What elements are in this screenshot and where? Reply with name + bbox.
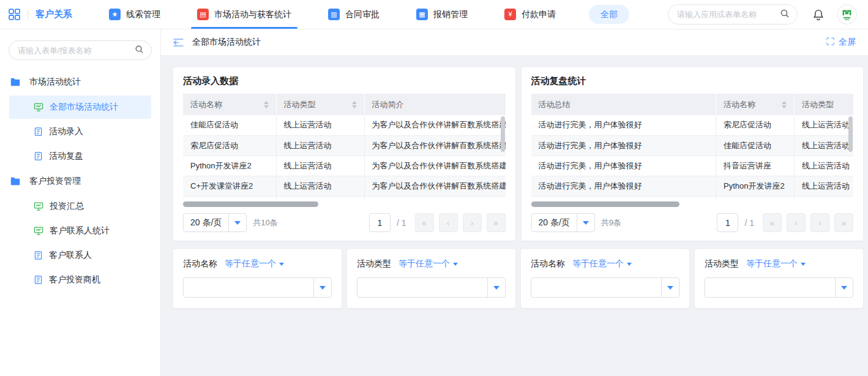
chevron-down-icon: [453, 263, 458, 266]
topbar-search-input[interactable]: [676, 9, 780, 20]
column-header[interactable]: 活动类型: [795, 94, 854, 115]
tab-label: 合同审批: [345, 9, 380, 20]
fullscreen-icon: [826, 37, 835, 48]
sort-icon[interactable]: [782, 101, 787, 108]
horizontal-scrollbar-thumb[interactable]: [183, 201, 318, 207]
column-header[interactable]: 活动总结: [531, 94, 716, 115]
contract-app-icon: ▥: [328, 9, 340, 20]
card-title: 活动录入数据: [183, 75, 506, 87]
page-size-select[interactable]: 20 条/页: [531, 213, 595, 232]
tree-item-all-market-activity-stats[interactable]: 全部市场活动统计: [9, 96, 151, 119]
horizontal-scrollbar: [183, 201, 506, 207]
prev-page-button[interactable]: ‹: [439, 213, 458, 232]
apps-grid-icon[interactable]: [9, 9, 20, 20]
folder-icon: [10, 177, 20, 186]
page-total: / 1: [397, 218, 406, 228]
filter-card-activity-type-2: 活动类型 等于任意一个: [695, 249, 863, 308]
last-page-button[interactable]: »: [487, 213, 506, 232]
clue-app-icon: ★: [109, 9, 121, 20]
sort-icon[interactable]: [264, 101, 269, 108]
topbar-search[interactable]: [668, 4, 798, 24]
table-row[interactable]: 活动进行完美，用户体验很好抖音运营讲座线上运营活动: [531, 156, 854, 176]
pager-buttons: « ‹ › »: [415, 213, 506, 232]
tree-item-investment-summary[interactable]: 投资汇总: [9, 195, 151, 218]
notification-bell-icon[interactable]: [812, 9, 825, 21]
next-page-button[interactable]: ›: [463, 213, 482, 232]
filter-card-activity-type-1: 活动类型 等于任意一个: [347, 249, 515, 308]
horizontal-scrollbar-thumb[interactable]: [531, 201, 679, 207]
filter-value-select[interactable]: [183, 277, 332, 298]
page-size-select[interactable]: 20 条/页: [183, 213, 247, 232]
app-name[interactable]: 客户关系: [36, 9, 72, 20]
column-header[interactable]: 活动类型: [276, 94, 364, 115]
tree-item-customer-contact-stats[interactable]: 客户联系人统计: [9, 219, 151, 243]
sort-icon[interactable]: [352, 101, 357, 108]
sidebar-search-input[interactable]: [17, 45, 135, 56]
prev-page-button[interactable]: ‹: [787, 213, 806, 232]
tree-item-activity-entry[interactable]: 活动录入: [9, 120, 151, 143]
page-number-input[interactable]: [717, 213, 738, 232]
table-row[interactable]: C+开发课堂讲座2线上运营活动为客户以及合作伙伴讲解百数系统搭建: [183, 176, 506, 196]
first-page-button[interactable]: «: [415, 213, 434, 232]
tab-contract-approval[interactable]: ▥ 合同审批: [324, 0, 383, 29]
all-apps-button[interactable]: 全部: [589, 5, 629, 24]
tree-item-label: 客户联系人: [49, 250, 92, 261]
next-page-button[interactable]: ›: [810, 213, 829, 232]
filter-value-select[interactable]: [705, 277, 853, 298]
tab-payment-request[interactable]: ¥ 付款申请: [501, 0, 559, 29]
table-cards-row: 活动录入数据 活动名称 活动类型 活动简介: [173, 67, 863, 241]
tab-market-activity-stats[interactable]: ▤ 市场活动与获客统计: [193, 0, 295, 29]
search-icon[interactable]: [135, 45, 144, 56]
filter-operator-dropdown[interactable]: 等于任意一个: [398, 258, 458, 269]
filter-field-label: 活动类型: [705, 258, 739, 269]
column-header[interactable]: 活动名称: [716, 94, 795, 115]
pagination: 20 条/页 共10条 / 1 « ‹ › »: [183, 213, 506, 232]
page-number-input[interactable]: [369, 213, 391, 232]
last-page-button[interactable]: »: [834, 213, 853, 232]
fullscreen-button[interactable]: 全屏: [826, 37, 856, 48]
filter-field-label: 活动名称: [531, 258, 565, 269]
chevron-down-icon: [835, 278, 853, 297]
chevron-down-icon: [313, 278, 331, 297]
tree-item-customer-contact[interactable]: 客户联系人: [9, 244, 151, 267]
tree-item-customer-investment-opportunity[interactable]: 客户投资商机: [9, 268, 151, 291]
vertical-scrollbar[interactable]: [848, 116, 853, 152]
report-icon: [34, 201, 43, 211]
collapse-sidebar-icon[interactable]: [173, 38, 184, 47]
table-row[interactable]: 活动进行完美，用户体验很好索尼店促活动线上运营活动: [531, 115, 854, 135]
tree-folder-market-activity[interactable]: 市场活动统计: [0, 70, 160, 94]
avatar[interactable]: [837, 4, 857, 24]
sidebar: 市场活动统计 全部市场活动统计: [0, 29, 161, 376]
table-row[interactable]: Python开发讲座2线上运营活动为客户以及合作伙伴讲解百数系统搭建: [183, 156, 506, 176]
table-row[interactable]: 活动进行完美，用户体验很好Python开发讲座2线上运营活动: [531, 176, 854, 196]
activity-entry-table: 活动名称 活动类型 活动简介 佳能店促活动线上运营活动为客户以及合作伙伴讲解百数…: [183, 94, 506, 200]
tab-expense-management[interactable]: ▦ 报销管理: [413, 0, 471, 29]
column-header[interactable]: 活动名称: [183, 94, 276, 115]
filter-card-activity-name-2: 活动名称 等于任意一个: [521, 249, 689, 308]
sidebar-search[interactable]: [9, 40, 152, 60]
filter-operator-dropdown[interactable]: 等于任意一个: [746, 258, 806, 269]
filter-value-select[interactable]: [531, 277, 679, 298]
column-header[interactable]: 活动简介: [364, 94, 506, 115]
table-row[interactable]: 佳能店促活动线上运营活动为客户以及合作伙伴讲解百数系统搭建: [183, 115, 506, 135]
report-icon: [34, 226, 43, 236]
filter-value-select[interactable]: [357, 277, 506, 298]
tab-clue-management[interactable]: ★ 线索管理: [105, 0, 164, 29]
first-page-button[interactable]: «: [763, 213, 782, 232]
tab-label: 线索管理: [126, 9, 160, 20]
table-row[interactable]: 索尼店促活动线上运营活动为客户以及合作伙伴讲解百数系统搭建: [183, 135, 506, 156]
pager-buttons: « ‹ › »: [763, 213, 853, 232]
vertical-scrollbar[interactable]: [501, 116, 505, 152]
activity-review-table: 活动总结 活动名称 活动类型 活动进行完美，用户体验很好索尼店促活动线上运营活动: [531, 94, 854, 200]
search-icon[interactable]: [780, 9, 790, 21]
table-row[interactable]: 活动进行完美，用户体验很好佳能店促活动线上运营活动: [531, 135, 854, 156]
table-wrapper: 活动总结 活动名称 活动类型 活动进行完美，用户体验很好索尼店促活动线上运营活动: [531, 94, 854, 200]
form-icon: [34, 127, 43, 137]
market-app-icon: ▤: [197, 9, 209, 20]
tree-folder-customer-investment[interactable]: 客户投资管理: [0, 169, 160, 194]
filter-operator-dropdown[interactable]: 等于任意一个: [572, 258, 632, 269]
filter-operator-dropdown[interactable]: 等于任意一个: [225, 258, 284, 269]
form-icon: [34, 275, 43, 285]
form-icon: [34, 250, 43, 260]
tree-item-activity-review[interactable]: 活动复盘: [9, 145, 151, 168]
